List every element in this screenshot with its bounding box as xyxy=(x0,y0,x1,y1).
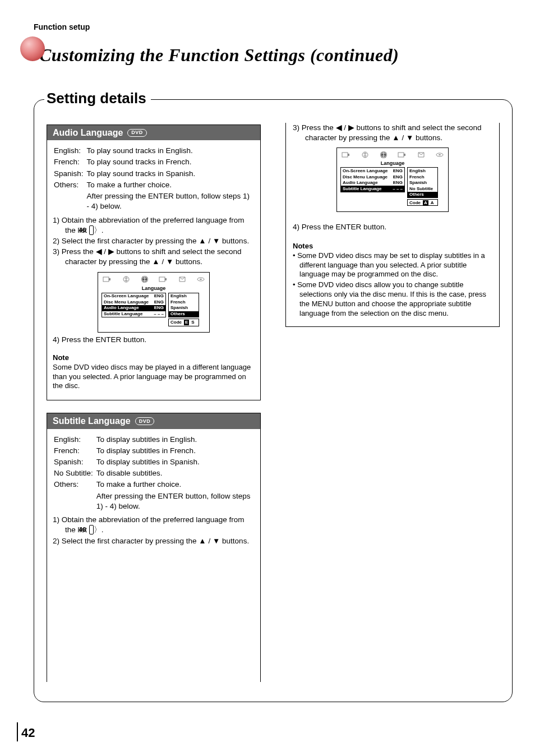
audio-heading: Audio Language DVD xyxy=(47,125,260,140)
tab-icon-selected xyxy=(141,276,149,283)
table-row: After pressing the ENTER button, follow … xyxy=(54,491,253,511)
svg-rect-14 xyxy=(398,153,404,157)
list-item: 2) Select the first character by pressin… xyxy=(53,236,255,246)
subtitle-steps: 1) Obtain the abbreviation of the prefer… xyxy=(53,515,255,546)
list-item: 4) Press the ENTER button. xyxy=(293,222,492,232)
osd-right-panel: English French Spanish No Subtitle Other… xyxy=(407,167,438,198)
audio-steps: 1) Obtain the abbreviation of the prefer… xyxy=(53,215,255,268)
osd-screenshot-subtitle: Language On-Screen LanguageENG Disc Menu… xyxy=(336,147,449,212)
osd-tab-icons xyxy=(102,276,206,285)
table-row: No Subtitle:To disable subtitles. xyxy=(54,468,253,478)
dvd-badge-icon: DVD xyxy=(127,129,147,137)
tab-icon xyxy=(178,276,186,283)
notes-list: • Some DVD video discs may be set to dis… xyxy=(293,251,492,319)
list-item: 1) Obtain the abbreviation of the prefer… xyxy=(53,215,255,236)
left-column: Audio Language DVD English:To play sound… xyxy=(34,105,273,702)
audio-step4: 4) Press the ENTER button. xyxy=(53,335,255,345)
subtitle-heading: Subtitle Language DVD xyxy=(47,413,260,428)
osd-tab-icons xyxy=(340,151,445,160)
table-row: English:To play sound tracks in English. xyxy=(54,146,253,156)
table-row: Spanish:To play sound tracks in Spanish. xyxy=(54,169,253,179)
tab-icon xyxy=(197,276,205,283)
svg-point-8 xyxy=(200,279,202,280)
tab-icon xyxy=(159,276,168,283)
tab-icon-selected xyxy=(380,151,388,158)
svg-rect-5 xyxy=(159,277,165,282)
table-row: French:To play sound tracks in French. xyxy=(54,157,253,167)
list-item: 3) Press the ◀ / ▶ buttons to shift and … xyxy=(53,247,255,267)
tab-icon xyxy=(342,151,350,158)
osd-code-row: Code E S xyxy=(168,319,199,326)
osd-title: Language xyxy=(102,285,206,292)
page-ref-badge: 46 xyxy=(89,525,94,534)
page-number: 42 xyxy=(21,726,35,740)
list-item: • Some DVD video discs may be set to dis… xyxy=(293,251,492,280)
table-row: French:To display subtitles in French. xyxy=(54,446,253,456)
tab-icon xyxy=(103,276,112,283)
table-row: After pressing the ENTER button, follow … xyxy=(54,191,253,211)
table-row: English:To display subtitles in English. xyxy=(54,435,253,445)
frame-heading: Setting details xyxy=(44,90,151,107)
tab-icon xyxy=(398,151,407,158)
right-column: 3) Press the ◀ / ▶ buttons to shift and … xyxy=(273,105,512,702)
svg-rect-9 xyxy=(342,153,348,157)
list-item: 3) Press the ◀ / ▶ buttons to shift and … xyxy=(293,123,492,143)
svg-rect-1 xyxy=(109,278,110,280)
subtitle-options-table: English:To display subtitles in English.… xyxy=(53,434,255,513)
notes-heading: Notes xyxy=(293,242,492,250)
table-row: Spanish:To display subtitles in Spanish. xyxy=(54,457,253,467)
tab-icon xyxy=(436,151,444,158)
page-ref-badge: 46 xyxy=(89,225,94,235)
note-heading: Note xyxy=(53,353,255,363)
list-item: 1) Obtain the abbreviation of the prefer… xyxy=(53,515,255,535)
svg-rect-15 xyxy=(404,154,405,156)
list-item: 4) Press the ENTER button. xyxy=(53,335,255,345)
svg-rect-10 xyxy=(348,154,349,156)
svg-rect-0 xyxy=(103,277,109,282)
subtitle-step4: 4) Press the ENTER button. xyxy=(293,222,492,232)
subtitle-language-box: Subtitle Language DVD English:To display… xyxy=(47,413,261,682)
note-text: Some DVD video discs may be played in a … xyxy=(53,363,255,391)
section-header: Function setup xyxy=(34,22,513,31)
list-item: 2) Select the first character by pressin… xyxy=(53,536,255,546)
subtitle-step3: 3) Press the ◀ / ▶ buttons to shift and … xyxy=(293,123,492,143)
table-row: Others:To make a further choice. xyxy=(54,480,253,490)
tab-icon xyxy=(361,151,369,158)
osd-code-row: Code A A xyxy=(407,199,438,206)
osd-left-panel: On-Screen LanguageENG Disc Menu Language… xyxy=(340,167,405,192)
osd-title: Language xyxy=(340,160,445,166)
svg-rect-6 xyxy=(165,278,167,280)
tab-icon xyxy=(122,276,130,283)
settings-frame: Setting details Audio Language DVD Engli… xyxy=(34,99,513,702)
audio-language-box: Audio Language DVD English:To play sound… xyxy=(47,125,261,400)
tab-icon xyxy=(417,151,425,158)
svg-point-17 xyxy=(439,154,441,155)
decorative-bullet xyxy=(20,36,45,61)
page-title: Customizing the Function Settings (conti… xyxy=(39,45,513,66)
list-item: • Some DVD video discs allow you to chan… xyxy=(293,280,492,319)
osd-right-panel: English French Spanish Others xyxy=(168,293,199,317)
audio-options-table: English:To play sound tracks in English.… xyxy=(53,145,255,213)
subtitle-continued-box: 3) Press the ◀ / ▶ buttons to shift and … xyxy=(285,123,500,327)
subtitle-heading-text: Subtitle Language xyxy=(53,416,131,426)
dvd-badge-icon: DVD xyxy=(135,417,155,425)
osd-left-panel: On-Screen LanguageENG Disc Menu Language… xyxy=(102,293,166,317)
audio-heading-text: Audio Language xyxy=(53,127,123,138)
osd-screenshot-audio: Language On-Screen LanguageENG Disc Menu… xyxy=(98,272,210,333)
table-row: Others:To make a further choice. xyxy=(54,180,253,190)
